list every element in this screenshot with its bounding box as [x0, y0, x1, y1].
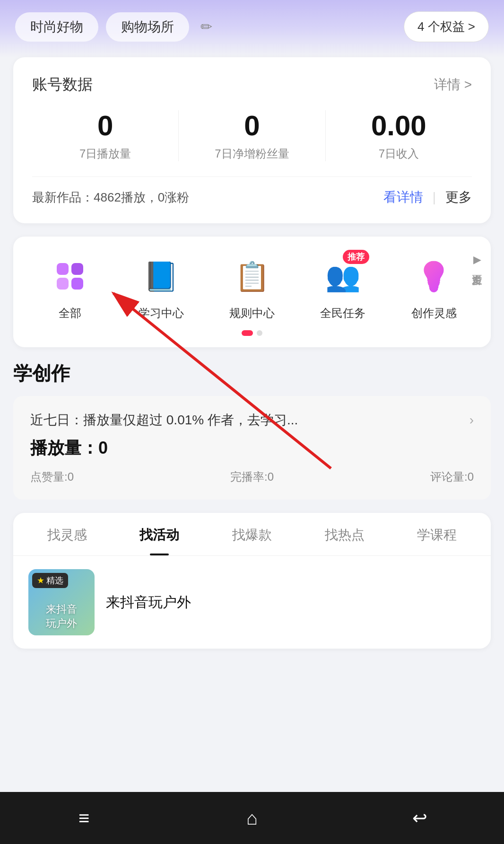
dot-inactive	[257, 330, 262, 336]
scroll-indicator	[25, 330, 479, 336]
learn-card-chevron: ›	[469, 413, 474, 428]
menu-item-learn[interactable]: 📘 学习中心	[115, 254, 206, 321]
stat-income-label: 7日收入	[326, 146, 472, 161]
hamburger-icon: ≡	[78, 808, 89, 829]
chevron-right-icon: ▶	[473, 254, 481, 266]
tabs-section: 找灵感 找活动 找爆款 找热点 学课程 ★ 精选 来抖音玩户外 来抖音玩户外	[13, 513, 491, 649]
menu-icon-task-wrap: 👥 推荐	[320, 254, 365, 299]
thumb-inner: ★ 精选 来抖音玩户外	[28, 569, 95, 635]
menu-icon-all-wrap	[47, 254, 93, 299]
tabs-row: 找灵感 找活动 找爆款 找热点 学课程	[13, 513, 491, 556]
card-title: 账号数据	[32, 74, 93, 95]
grid-icon	[57, 263, 83, 290]
edit-icon[interactable]: ✏	[200, 18, 396, 35]
learn-completion: 完播率:0	[230, 469, 274, 484]
nav-back-button[interactable]: ↩	[401, 804, 439, 832]
detail-link[interactable]: 详情 >	[434, 76, 472, 94]
menu-label-learn: 学习中心	[139, 306, 184, 321]
tab-inspiration[interactable]: 找灵感	[21, 513, 113, 555]
bulb-icon: 💡	[416, 260, 452, 293]
stat-plays: 0 7日播放量	[32, 110, 178, 161]
footer-more[interactable]: 更多	[445, 188, 472, 206]
tab-course[interactable]: 学课程	[391, 513, 483, 555]
learn-likes: 点赞量:0	[30, 469, 74, 484]
menu-section: 全部 📘 学习中心 📋 规则中心 👥 推荐	[13, 237, 491, 347]
book-icon: 📘	[143, 260, 179, 293]
learn-comments: 评论量:0	[430, 469, 474, 484]
menu-item-all[interactable]: 全部	[25, 254, 115, 321]
nav-home-button[interactable]: ⌂	[233, 804, 271, 832]
menu-icon-inspire-wrap: 💡	[411, 254, 457, 299]
tab-popular[interactable]: 找爆款	[206, 513, 298, 555]
bottom-nav: ≡ ⌂ ↩	[0, 792, 504, 844]
tab-content: ★ 精选 来抖音玩户外 来抖音玩户外	[13, 556, 491, 649]
menu-label-task: 全民任务	[320, 306, 365, 321]
rules-icon: 📋	[235, 260, 270, 293]
menu-row: 全部 📘 学习中心 📋 规则中心 👥 推荐	[25, 254, 479, 321]
dot-active	[242, 330, 253, 336]
menu-item-task[interactable]: 👥 推荐 全民任务	[297, 254, 388, 321]
home-icon: ⌂	[246, 808, 258, 829]
menu-icon-rules-wrap: 📋	[229, 254, 275, 299]
card-footer: 最新作品：4862播放，0涨粉 看详情 | 更多	[32, 176, 472, 206]
task-icon: 👥	[325, 260, 361, 293]
activity-thumbnail: ★ 精选 来抖音玩户外	[28, 569, 95, 635]
tab-activity[interactable]: 找活动	[113, 513, 206, 555]
learn-play-count: 播放量：0	[30, 437, 474, 460]
stat-fans-label: 7日净增粉丝量	[179, 146, 325, 161]
thumb-badge: ★ 精选	[32, 573, 68, 588]
menu-icon-learn-wrap: 📘	[139, 254, 184, 299]
learn-card-title: 近七日：播放量仅超过 0.01% 作者，去学习... ›	[30, 411, 474, 429]
stat-plays-label: 7日播放量	[32, 146, 178, 161]
stat-income-value: 0.00	[326, 110, 472, 141]
menu-label-rules: 规则中心	[229, 306, 275, 321]
side-scroll-hint: ▶ 左滑更多	[470, 254, 484, 267]
thumb-text: 来抖音玩户外	[46, 602, 77, 631]
tab-hot[interactable]: 找热点	[298, 513, 391, 555]
tag-shopping[interactable]: 购物场所	[106, 12, 189, 42]
menu-item-rules[interactable]: 📋 规则中心	[207, 254, 297, 321]
menu-label-inspire: 创作灵感	[411, 306, 457, 321]
learn-stats-row: 点赞量:0 完播率:0 评论量:0	[30, 469, 474, 484]
activity-title: 来抖音玩户外	[106, 593, 476, 612]
stat-fans: 0 7日净增粉丝量	[179, 110, 325, 161]
bottom-spacer	[0, 649, 504, 705]
learn-card[interactable]: 近七日：播放量仅超过 0.01% 作者，去学习... › 播放量：0 点赞量:0…	[13, 396, 491, 500]
back-icon: ↩	[412, 808, 427, 828]
top-bar: 时尚好物 购物场所 ✏ 4 个权益 >	[0, 0, 504, 57]
task-badge: 推荐	[343, 250, 369, 264]
star-icon: ★	[37, 575, 44, 586]
rights-button[interactable]: 4 个权益 >	[404, 11, 489, 42]
section-title-learn: 学创作	[13, 360, 491, 387]
menu-label-all: 全部	[59, 306, 81, 321]
stat-plays-value: 0	[32, 110, 178, 141]
stat-fans-value: 0	[179, 110, 325, 141]
footer-detail-link[interactable]: 看详情	[383, 188, 423, 206]
tag-fashion[interactable]: 时尚好物	[15, 12, 98, 42]
nav-menu-button[interactable]: ≡	[65, 804, 103, 832]
menu-item-inspire[interactable]: 💡 创作灵感	[389, 254, 479, 321]
stat-income: 0.00 7日收入	[326, 110, 472, 161]
stats-row: 0 7日播放量 0 7日净增粉丝量 0.00 7日收入	[32, 110, 472, 161]
footer-separator: |	[433, 190, 436, 205]
footer-text: 最新作品：4862播放，0涨粉	[32, 189, 374, 206]
account-data-card: 账号数据 详情 > 0 7日播放量 0 7日净增粉丝量 0.00 7日收入 最新…	[13, 57, 491, 223]
card-header: 账号数据 详情 >	[32, 74, 472, 95]
